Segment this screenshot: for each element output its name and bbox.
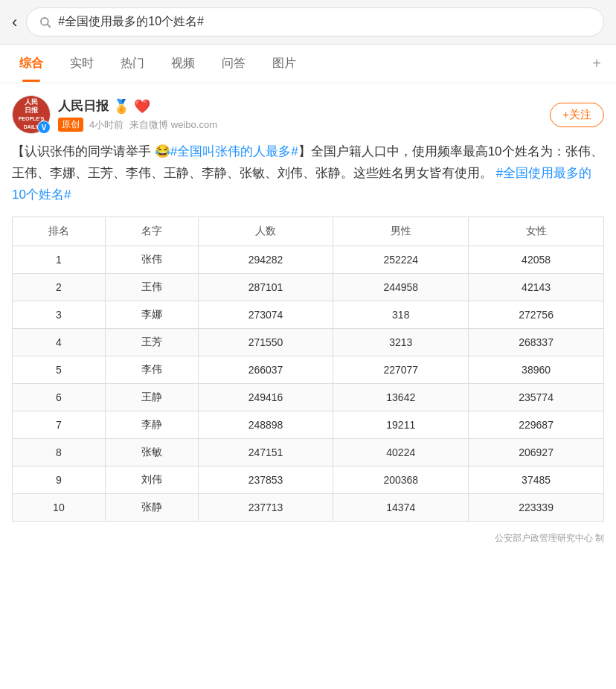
table-cell: 14374 [333, 493, 469, 521]
table-cell: 268337 [469, 328, 604, 356]
search-input-wrap[interactable]: #全国使用最多的10个姓名# [26, 7, 604, 36]
table-cell: 42143 [469, 273, 604, 301]
table-cell: 249416 [198, 383, 333, 411]
tab-plus-button[interactable]: + [583, 45, 610, 83]
avatar-wrap[interactable]: 人民日报PEOPLE'SDAILY V [12, 95, 51, 134]
table-cell: 42058 [469, 246, 604, 273]
table-cell: 40224 [333, 438, 469, 466]
col-header-female: 女性 [469, 217, 604, 246]
table-row: 8张敏24715140224206927 [13, 438, 604, 466]
verified-badge: V [37, 121, 51, 134]
table-cell: 张敏 [105, 438, 198, 466]
table-cell: 206927 [469, 438, 604, 466]
table-cell: 2 [13, 273, 106, 301]
table-row: 10张静23771314374223339 [13, 493, 604, 521]
table-cell: 7 [13, 411, 106, 438]
search-bar: ‹ #全国使用最多的10个姓名# [0, 0, 616, 45]
tab-热门[interactable]: 热门 [107, 45, 158, 82]
table-cell: 李伟 [105, 356, 198, 383]
table-cell: 235774 [469, 383, 604, 411]
table-cell: 李静 [105, 411, 198, 438]
back-button[interactable]: ‹ [12, 13, 17, 32]
table-cell: 张伟 [105, 246, 198, 273]
table-cell: 272756 [469, 301, 604, 328]
medal-icon: 🏅 [113, 98, 129, 115]
table-cell: 5 [13, 356, 106, 383]
table-cell: 237853 [198, 466, 333, 493]
tab-问答[interactable]: 问答 [208, 45, 259, 82]
names-table: 排名 名字 人数 男性 女性 1张伟294282252224420582王伟28… [12, 217, 604, 522]
table-cell: 王芳 [105, 328, 198, 356]
table-cell: 37485 [469, 466, 604, 493]
tab-实时[interactable]: 实时 [57, 45, 107, 82]
table-cell: 287101 [198, 273, 333, 301]
search-icon [39, 16, 52, 29]
table-cell: 9 [13, 466, 106, 493]
table-cell: 38960 [469, 356, 604, 383]
table-cell: 13642 [333, 383, 469, 411]
post-text: 【认识张伟的同学请举手 😂#全国叫张伟的人最多#】全国户籍人口中，使用频率最高1… [12, 141, 604, 206]
col-header-total: 人数 [198, 217, 333, 246]
follow-button[interactable]: +关注 [550, 103, 604, 127]
table-cell: 王静 [105, 383, 198, 411]
table-row: 3李娜273074318272756 [13, 301, 604, 328]
col-header-rank: 排名 [13, 217, 106, 246]
table-cell: 223339 [469, 493, 604, 521]
tab-bar: 综合 实时 热门 视频 问答 图片 + [0, 45, 616, 83]
col-header-male: 男性 [333, 217, 469, 246]
table-cell: 10 [13, 493, 106, 521]
table-row: 2王伟28710124495842143 [13, 273, 604, 301]
table-row: 7李静24889819211229687 [13, 411, 604, 438]
search-query: #全国使用最多的10个姓名# [58, 14, 204, 30]
table-cell: 3213 [333, 328, 469, 356]
table-cell: 294282 [198, 246, 333, 273]
svg-point-0 [41, 18, 48, 25]
tab-综合[interactable]: 综合 [6, 45, 57, 82]
table-cell: 刘伟 [105, 466, 198, 493]
table-cell: 252224 [333, 246, 469, 273]
col-header-name: 名字 [105, 217, 198, 246]
post-container: 人民日报PEOPLE'SDAILY V 人民日报 🏅 ❤️ 原创 4小时前 来自… [0, 83, 616, 557]
post-source: 来自微博 weibo.com [129, 118, 217, 132]
heart-icon: ❤️ [134, 98, 150, 115]
author-info: 人民日报 🏅 ❤️ 原创 4小时前 来自微博 weibo.com [58, 97, 550, 132]
table-cell: 19211 [333, 411, 469, 438]
tab-视频[interactable]: 视频 [158, 45, 208, 82]
table-cell: 271550 [198, 328, 333, 356]
post-text-1: 【认识张伟的同学请举手 😂 [12, 144, 170, 158]
author-meta: 原创 4小时前 来自微博 weibo.com [58, 118, 550, 132]
hashtag-1[interactable]: #全国叫张伟的人最多# [170, 144, 298, 158]
table-cell: 王伟 [105, 273, 198, 301]
table-cell: 227077 [333, 356, 469, 383]
table-cell: 8 [13, 438, 106, 466]
table-row: 9刘伟23785320036837485 [13, 466, 604, 493]
table-cell: 张静 [105, 493, 198, 521]
table-cell: 237713 [198, 493, 333, 521]
table-cell: 318 [333, 301, 469, 328]
author-name-row: 人民日报 🏅 ❤️ [58, 97, 550, 115]
post-time: 4小时前 [89, 118, 123, 132]
table-row: 6王静24941613642235774 [13, 383, 604, 411]
table-cell: 4 [13, 328, 106, 356]
table-cell: 273074 [198, 301, 333, 328]
author-row: 人民日报PEOPLE'SDAILY V 人民日报 🏅 ❤️ 原创 4小时前 来自… [12, 95, 604, 134]
svg-line-1 [48, 24, 51, 27]
original-badge: 原创 [58, 118, 83, 132]
tab-图片[interactable]: 图片 [259, 45, 309, 82]
table-cell: 6 [13, 383, 106, 411]
table-cell: 3 [13, 301, 106, 328]
table-row: 5李伟26603722707738960 [13, 356, 604, 383]
table-footer: 公安部户政管理研究中心 制 [12, 528, 604, 557]
table-cell: 李娜 [105, 301, 198, 328]
table-cell: 200368 [333, 466, 469, 493]
table-row: 4王芳2715503213268337 [13, 328, 604, 356]
table-cell: 229687 [469, 411, 604, 438]
table-cell: 244958 [333, 273, 469, 301]
author-name[interactable]: 人民日报 [58, 97, 109, 115]
table-cell: 1 [13, 246, 106, 273]
table-cell: 248898 [198, 411, 333, 438]
table-row: 1张伟29428225222442058 [13, 246, 604, 273]
table-cell: 266037 [198, 356, 333, 383]
table-cell: 247151 [198, 438, 333, 466]
